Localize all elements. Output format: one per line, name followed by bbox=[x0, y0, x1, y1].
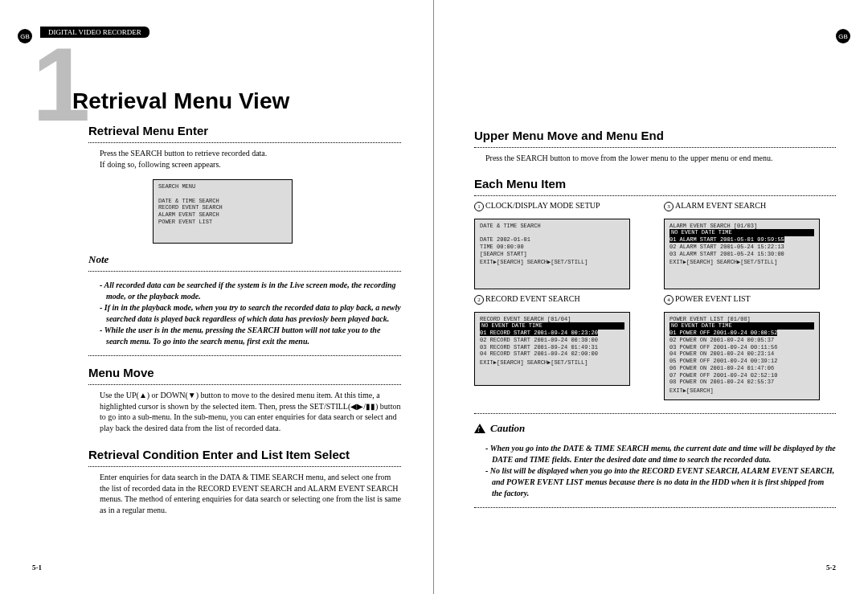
page-number: 5-2 bbox=[826, 563, 836, 571]
item-label: 3ALARM EVENT SEARCH bbox=[664, 201, 766, 211]
section-heading: Retrieval Menu Enter bbox=[88, 124, 401, 137]
screen-record-event: RECORD EVENT SEARCH [01/04] NO EVENT DAT… bbox=[474, 312, 630, 386]
screen-date-time: DATE & TIME SEARCH DATE 2002-01-01 TIME … bbox=[474, 219, 630, 289]
section-heading: Menu Move bbox=[88, 366, 401, 379]
note-label: Note bbox=[88, 253, 401, 266]
warning-icon: ! bbox=[474, 424, 485, 433]
region-badge: GB bbox=[836, 29, 850, 43]
manual-spread: GB DIGITAL VIDEO RECORDER 1 Retrieval Me… bbox=[0, 0, 868, 594]
body-text: Press the SEARCH button to retrieve reco… bbox=[100, 148, 401, 170]
screen-alarm-event: ALARM EVENT SEARCH [01/03] NO EVENT DATE… bbox=[664, 219, 820, 289]
body-text: Enter enquiries for data search in the D… bbox=[100, 472, 401, 515]
section-heading: Retrieval Condition Enter and List Item … bbox=[88, 448, 401, 461]
page-number: 5-1 bbox=[32, 563, 42, 571]
body-text: Press the SEARCH button to move from the… bbox=[485, 153, 836, 164]
menu-row: 1CLOCK/DISPLAY MODE SETUP DATE & TIME SE… bbox=[474, 201, 836, 289]
divider bbox=[88, 142, 401, 143]
note-list: - All recorded data can be searched if t… bbox=[100, 280, 401, 347]
menu-row: 2RECORD EVENT SEARCH RECORD EVENT SEARCH… bbox=[474, 294, 836, 400]
right-page: GB Upper Menu Move and Menu End Press th… bbox=[434, 0, 868, 594]
item-label: 2RECORD EVENT SEARCH bbox=[474, 294, 580, 305]
chapter-number: 1 bbox=[32, 32, 90, 137]
screen-search-menu: SEARCH MENU DATE & TIME SEARCH RECORD EV… bbox=[153, 179, 293, 244]
screen-power-event: POWER EVENT LIST [01/08] NO EVENT DATE T… bbox=[664, 312, 820, 400]
section-heading: Each Menu Item bbox=[474, 177, 836, 190]
body-text: Use the UP(▲) or DOWN(▼) button to move … bbox=[100, 390, 401, 433]
item-label: 4POWER EVENT LIST bbox=[664, 294, 751, 305]
page-title: Retrieval Menu View bbox=[72, 88, 401, 114]
caution-list: - When you go into the DATE & TIME SEARC… bbox=[485, 443, 836, 499]
left-page: GB DIGITAL VIDEO RECORDER 1 Retrieval Me… bbox=[0, 0, 434, 594]
section-heading: Upper Menu Move and Menu End bbox=[474, 129, 836, 142]
caution-label: ! Caution bbox=[474, 422, 836, 435]
region-badge: GB bbox=[18, 29, 32, 43]
item-label: 1CLOCK/DISPLAY MODE SETUP bbox=[474, 201, 600, 211]
